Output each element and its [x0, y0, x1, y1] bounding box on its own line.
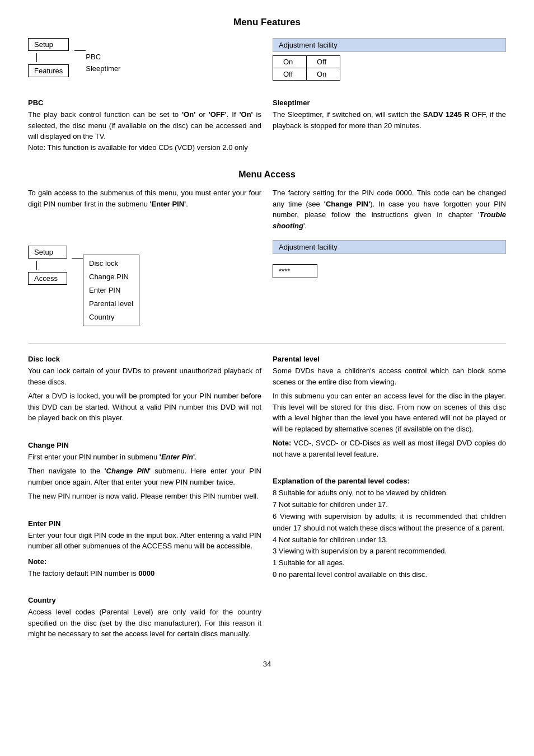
disc-lock-p1: You can lock certain of your DVDs to pre… — [28, 365, 261, 387]
access-box: Access — [28, 272, 67, 285]
adj-bar-top: Adjustment facility — [273, 38, 506, 52]
explanation-heading: Explanation of the parental level codes: — [273, 477, 506, 485]
page-title: Menu Features — [28, 17, 506, 28]
access-intro-right: The factory setting for the PIN code 000… — [273, 187, 506, 234]
disc-lock-heading: Disc lock — [28, 355, 261, 363]
parental-level-item: Parental level — [89, 298, 133, 310]
change-pin-p2: Then navigate to the 'Change PIN' submen… — [28, 466, 261, 487]
left-content: Disc lock You can lock certain of your D… — [28, 349, 261, 643]
pbc-diagram: Setup Features PBC Sleeptimer — [28, 38, 261, 82]
parental-code-item: 4 Not suitable for children under 13. — [273, 534, 506, 546]
parental-level-p1: Some DVDs have a children's access contr… — [273, 365, 506, 387]
parental-code-item: 6 Viewing with supervision by adults; it… — [273, 511, 506, 534]
sleeptimer-heading: Sleeptimer — [273, 98, 506, 107]
adj-diagram-bottom: Adjustment facility **** — [273, 240, 506, 278]
access-diagram: Setup Access Disc lock Change PIN Enter … — [28, 240, 261, 332]
access-intro-left-text: To gain access to the submenus of this m… — [28, 187, 261, 209]
parental-level-heading: Parental level — [273, 355, 506, 363]
enter-pin-note-heading: Note: — [28, 557, 261, 566]
sleeptimer-text: The Sleeptimer, if switched on, will swi… — [273, 109, 506, 131]
access-intro-right-text: The factory setting for the PIN code 000… — [273, 187, 506, 231]
change-pin-p3: The new PIN number is now valid. Please … — [28, 491, 261, 502]
pbc-section: PBC The play back control function can b… — [28, 93, 261, 156]
change-pin-p1: First enter your PIN number in submenu '… — [28, 452, 261, 463]
pbc-text: The play back control function can be se… — [28, 109, 261, 153]
adj-bar-bottom: Adjustment facility — [273, 240, 506, 254]
parental-code-item: 7 Not suitable for children under 17. — [273, 499, 506, 511]
sleeptimer-label: Sleeptimer — [86, 64, 120, 73]
enter-pin-p1: Enter your four digit PIN code in the in… — [28, 530, 261, 552]
page-number: 34 — [28, 660, 506, 668]
disc-lock-p2: After a DVD is locked, you will be promp… — [28, 391, 261, 424]
parental-code-item: 1 Suitable for all ages. — [273, 557, 506, 569]
enter-pin-item: Enter PIN — [89, 284, 133, 297]
country-heading: Country — [28, 596, 261, 604]
on2-cell: On — [307, 68, 340, 81]
on1-cell: On — [273, 56, 307, 68]
setup-box: Setup — [28, 38, 69, 51]
section2-title: Menu Access — [28, 170, 506, 180]
onoff-table: On Off Off On — [273, 55, 340, 81]
right-content: Parental level Some DVDs have a children… — [273, 349, 506, 643]
setup-box2: Setup — [28, 246, 67, 259]
pbc-label: PBC — [86, 50, 120, 63]
disc-lock-item: Disc lock — [89, 257, 133, 270]
enter-pin-heading: Enter PIN — [28, 519, 261, 528]
features-box: Features — [28, 64, 69, 77]
parental-code-item: 8 Suitable for adults only, not to be vi… — [273, 487, 506, 499]
change-pin-item: Change PIN — [89, 271, 133, 283]
access-intro-left: To gain access to the submenus of this m… — [28, 187, 261, 234]
change-pin-heading: Change PIN — [28, 441, 261, 449]
country-p1: Access level codes (Parental Level) are … — [28, 607, 261, 640]
parental-codes-list: 8 Suitable for adults only, not to be vi… — [273, 487, 506, 580]
off2-cell: Off — [273, 68, 307, 81]
pbc-heading: PBC — [28, 98, 261, 107]
parental-level-p2: In this submenu you can enter an access … — [273, 391, 506, 434]
parental-code-item: 3 Viewing with supervision by a parent r… — [273, 546, 506, 557]
adj-diagram-top: Adjustment facility On Off Off On — [273, 38, 506, 82]
parental-level-note: Note: VCD-, SVCD- or CD-Discs as well as… — [273, 438, 506, 459]
parental-code-item: 0 no parental level control available on… — [273, 569, 506, 581]
enter-pin-note-text: The factory default PIN number is 0000 — [28, 568, 261, 579]
sleeptimer-section: Sleeptimer The Sleeptimer, if switched o… — [273, 93, 506, 156]
pin-input-display: **** — [273, 264, 317, 278]
country-item: Country — [89, 311, 133, 323]
off1-cell: Off — [307, 56, 340, 68]
